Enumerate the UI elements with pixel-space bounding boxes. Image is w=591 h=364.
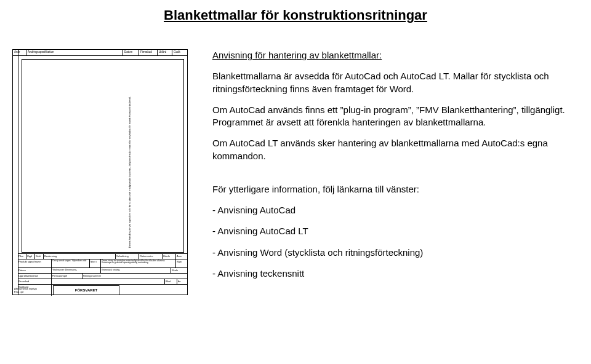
tb-cell: Skala: [171, 268, 187, 273]
tb-cell-text: Undantaget är godkänd kopieringsrättslig…: [102, 261, 148, 264]
template-top-cell: Ändringsspecifikation: [26, 50, 123, 55]
template-footnote: Alfanumerisk linjetyp Eras .gd: [14, 288, 37, 293]
template-title-block: Plan Uppl Sekt Benämning Schaktning Doku…: [18, 253, 187, 295]
paragraph: För ytterligare information, följ länkar…: [212, 183, 576, 196]
list-item: Anvisning Word (stycklista och ritningsf…: [212, 247, 576, 259]
tb-cell: Sekt: [35, 254, 44, 259]
template-top-cell: Utförd: [158, 50, 172, 55]
tb-cell: Mått i: [90, 259, 101, 267]
tb-cell: Plan: [18, 254, 26, 259]
tb-cell: Produkt signat/namn: [18, 259, 52, 267]
paragraph: Om AutoCad LT används sker hantering av …: [212, 137, 576, 162]
paragraph: Om AutoCad används finns ett ”plug-in pr…: [212, 104, 576, 129]
subheading: Anvisning för hantering av blankettmalla…: [212, 49, 576, 61]
template-footnote-line: Eras .gd: [14, 291, 37, 293]
tb-cell: Yttoleranser: Dimensions-: [52, 268, 101, 273]
tb-cell: Anm: [176, 254, 187, 259]
list-item: Anvisning AutoCad: [212, 204, 576, 216]
link-list: Anvisning AutoCad Anvisning AutoCad LT A…: [212, 204, 576, 280]
list-item: Anvisning AutoCad LT: [212, 225, 576, 237]
tb-cell: Firmastämpel: [52, 274, 82, 279]
tb-cell: Ritningsnummer: [82, 274, 187, 279]
tb-cell: Sign: [176, 259, 187, 267]
template-top-header-row: Ändr Ändringsspecifikation Datum Firmako…: [13, 50, 187, 56]
tb-cell: Upprättad/ändrad: [18, 274, 52, 279]
tb-cell: Benämning: [44, 254, 116, 259]
tb-cell: Dokumentnr: [139, 254, 163, 259]
tb-cell: Blad: [165, 279, 177, 284]
tb-cell: Schaktning: [116, 254, 139, 259]
list-item: Anvisning teckensnitt: [212, 267, 576, 280]
page-title: Blankettmallar för konstruktionsritninga…: [0, 7, 591, 23]
tb-cell: Datum: [18, 268, 52, 273]
content-column: Anvisning för hantering av blankettmalla…: [212, 49, 576, 288]
template-top-cell: Godk: [172, 50, 187, 55]
tb-cell: Av: [177, 279, 187, 284]
tb-cell: Gränsvärd. vinkelg.: [101, 268, 171, 273]
tb-cell: Uppl: [26, 254, 35, 259]
tb-cell-text: Om ej annat anges:: [52, 259, 71, 262]
template-top-cell: Firmakod: [139, 50, 158, 55]
tb-cell: Härdn: [163, 254, 176, 259]
template-top-cell: Datum: [123, 50, 139, 55]
drawing-template-preview: Ändr Ändringsspecifikation Datum Firmako…: [12, 49, 188, 295]
template-inner-frame: [22, 59, 184, 253]
tb-forsvaret-box: FÖRSVARET: [53, 285, 119, 295]
tb-cell-text: Ytjämnhets std:: [71, 259, 86, 262]
paragraph: Blankettmallarna är avsedda för AutoCad …: [212, 70, 576, 95]
tb-cell: Granskad: [18, 279, 52, 284]
